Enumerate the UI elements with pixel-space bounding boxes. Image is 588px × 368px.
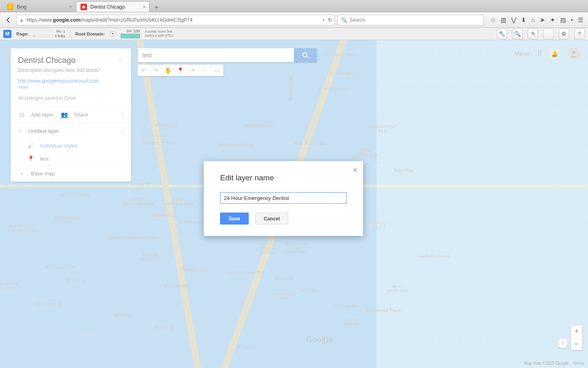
reload-icon[interactable]: ↻ [328,17,332,23]
url-text: https://www.google.com/maps/d/edit?mid=z… [27,17,319,23]
moz-search-icon[interactable]: 🔍 [512,29,523,39]
redo-button[interactable]: ↷ [150,65,162,76]
layer-name-input[interactable] [220,192,347,204]
pocket-icon[interactable]: ⋁ [511,16,516,24]
more-menu-icon[interactable]: ⋮ [120,128,125,134]
moz-toolbar: M Page: PA: 1 0 links Root Domain: ▾ DA:… [0,28,588,40]
moz-page-label: Page: [16,31,29,36]
map-description[interactable]: Description text goes here 300 words* [18,67,124,73]
maps-favicon-icon: ◆ [80,4,87,10]
layer-actions-row: ▤ Add layer 👥 Share ⋮ [11,106,131,123]
layer-name: Untitled layer [28,128,59,134]
undo-button[interactable]: ↶ [138,65,150,76]
zoom-out-button[interactable]: − [571,338,582,350]
menu-icon[interactable]: ☰ [578,16,583,24]
add-marker-button[interactable]: 📍 [174,65,187,76]
chevron-down-icon[interactable]: ▾ [571,18,573,22]
home-icon[interactable]: ⌂ [531,16,535,23]
help-button[interactable]: ? [558,339,568,348]
close-icon[interactable]: × [69,4,72,10]
tab-label: Bing [17,4,27,10]
search-icon [302,52,309,59]
url-field[interactable]: ▲ https://www.google.com/maps/d/edit?mid… [16,15,335,25]
map-attribution: Map data ©2015 Google Terms [524,361,584,366]
saved-status: All changes saved in Drive [18,95,124,101]
hand-tool-button[interactable]: ✋ [162,65,174,76]
list-icon[interactable]: ▤ [560,16,566,24]
moz-da-label: DA: 100 [127,29,140,33]
chevron-down-icon: ▾ [18,171,25,176]
moz-gear-icon[interactable]: ⚙ [559,29,569,39]
moz-blank-icon[interactable] [543,29,554,39]
moz-help-icon[interactable]: ? [574,29,585,39]
close-icon[interactable]: × [143,4,146,10]
map-more-link[interactable]: more [18,85,124,90]
app-area: Oak Park Cicero icago Navy Pier Lincoln … [0,40,588,368]
layer-row[interactable]: ✓ Untitled layer ⋮ [11,123,131,139]
layers-icon: ▤ [18,111,25,118]
avatar-icon[interactable] [568,47,580,60]
map-editor-panel: Dentist Chicago ☆ Description text goes … [11,48,131,182]
check-icon: ✓ [18,128,22,134]
layer-styles-row[interactable]: 🖌 Individual styles [11,139,131,152]
downloads-icon[interactable]: ⬇ [521,16,526,24]
bing-favicon-icon: b [7,4,13,10]
ruler-button[interactable]: ▭ [211,65,223,76]
search-icon: 🔍 [341,17,347,23]
more-menu-icon[interactable]: ⋮ [120,112,125,118]
star-icon[interactable]: ☆ [117,56,124,65]
feature-label: test [40,156,49,162]
moz-root-label: Root Domain: [75,31,105,36]
back-button[interactable] [3,15,14,25]
addon-icon[interactable]: ✦ [550,16,555,24]
draw-line-button[interactable]: ↗ [187,65,199,76]
moz-logo-icon[interactable]: M [3,30,11,38]
zoom-control: + − [571,325,582,350]
save-button[interactable]: Save [220,213,249,224]
basemap-label: Base map [31,171,55,177]
browser-tab-maps[interactable]: ◆ Dentist Chicago × [76,1,149,12]
svg-line-1 [307,56,309,58]
browser-tab-bing[interactable]: b Bing × [2,1,76,12]
close-icon[interactable]: × [353,166,357,175]
directions-button[interactable]: ⑂ [199,65,211,76]
new-tab-button[interactable]: + [151,3,162,12]
moz-highlight-icon[interactable]: ✎ [528,29,538,39]
moz-wrench-icon[interactable]: 🔧 [497,29,507,39]
browser-tabbar: b Bing × ◆ Dentist Chicago × + [0,0,588,12]
terms-link[interactable]: Terms [573,361,584,366]
moz-links-label: 0 links [55,34,65,38]
moz-pa-label: PA: 1 [56,29,65,34]
cancel-button[interactable]: Cancel [255,213,288,224]
bookmark-star-icon[interactable]: ☆ [490,16,496,24]
share-icon: 👥 [61,111,68,118]
account-name[interactable]: Maher [514,51,530,57]
lock-icon: ▲ [19,17,24,23]
browser-address-bar: ▲ https://www.google.com/maps/d/edit?mid… [0,12,588,28]
attrib-text: Map data ©2015 Google [524,361,569,366]
apps-grid-icon[interactable]: ⠿ [537,49,541,58]
moz-root-dd-icon[interactable]: ▾ [110,31,116,37]
share-button[interactable]: Share [74,112,88,118]
browser-toolbar-icons: ☆ ▥ ⋁ ⬇ ⌂ ➤ ✦ ▤ ▾ ☰ [486,16,585,24]
map-search-wrap [138,48,317,62]
dropdown-icon[interactable]: ▼ [322,18,325,22]
tab-label: Dentist Chicago [90,4,125,10]
add-layer-button[interactable]: Add layer [31,112,53,118]
google-logo: Google [306,335,333,344]
map-url-link[interactable]: http://www.googlemybusinessurl.com [18,78,124,84]
map-title[interactable]: Dentist Chicago [18,56,76,65]
map-search-button[interactable] [294,48,317,62]
notifications-icon[interactable]: 🔔 [549,48,560,59]
moz-pa-bar [33,35,53,37]
svg-point-0 [303,53,307,57]
clipboard-icon[interactable]: ▥ [501,16,506,24]
send-icon[interactable]: ➤ [540,16,545,24]
basemap-row[interactable]: ▾ Base map [11,165,131,182]
browser-search-field[interactable]: 🔍 Search [337,15,484,25]
layer-feature-row[interactable]: 📍 test [11,152,131,165]
styles-label: Individual styles [40,143,78,149]
zoom-in-button[interactable]: + [571,325,582,338]
edit-layer-modal: × Edit layer name Save Cancel [204,161,363,236]
map-search-input[interactable] [138,48,294,62]
